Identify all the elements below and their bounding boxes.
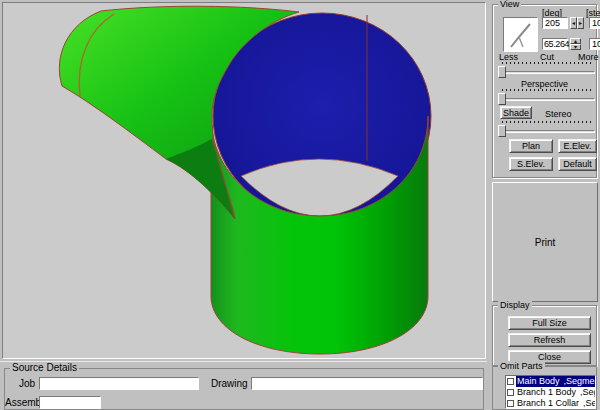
omit-part-row-branch-body[interactable]: Branch 1 Body ,Segment [506, 387, 595, 398]
slider-track [498, 130, 595, 133]
omit-part-name: Main Body [517, 376, 560, 387]
azimuth-spin-left-icon[interactable]: ◂ [570, 17, 577, 29]
pipe-model-drawing [3, 3, 485, 358]
azimuth-step-input[interactable]: 10 [589, 17, 600, 29]
slider-track [498, 71, 595, 74]
refresh-button[interactable]: Refresh [508, 333, 591, 347]
perspective-slider-thumb[interactable] [498, 93, 506, 105]
stereo-label: Stereo [545, 109, 572, 119]
job-input[interactable] [39, 377, 199, 390]
omit-part-row-main-body[interactable]: Main Body ,Segment 1 [506, 376, 595, 387]
azimuth-spin-right-icon[interactable]: ▸ [577, 17, 584, 29]
assembly-label: Assembly [5, 397, 37, 409]
drawing-input[interactable] [251, 377, 483, 390]
display-group-title: Display [498, 300, 532, 310]
view-direction-indicator[interactable] [503, 17, 538, 52]
stereo-slider-thumb[interactable] [498, 125, 506, 137]
direction-hands-icon [504, 18, 537, 51]
s-elev-button[interactable]: S.Elev. [509, 157, 553, 171]
plan-button[interactable]: Plan [509, 139, 553, 153]
cut-label: Cut [540, 52, 554, 62]
omit-parts-group-title: Omit Parts [498, 361, 545, 371]
view-group: View [deg] [step] 205 ◂ ▸ 10 65.264 ▴ ▾ … [492, 4, 597, 178]
full-size-button[interactable]: Full Size [508, 316, 591, 330]
source-details-panel: Source Details Job Drawing Assembly [0, 361, 487, 410]
stereo-slider[interactable] [498, 121, 595, 137]
assembly-input[interactable] [39, 396, 101, 409]
omit-part-checkbox[interactable] [507, 389, 514, 396]
e-elev-button[interactable]: E.Elev. [558, 139, 597, 153]
shade-button[interactable]: Shade [500, 106, 532, 119]
omit-part-name: Branch 1 Body [517, 387, 576, 398]
display-group: Display Full Size Refresh Close [492, 305, 597, 366]
view-group-title: View [498, 0, 521, 9]
omit-part-checkbox[interactable] [507, 378, 514, 385]
slider-ticks [502, 121, 593, 123]
elevation-spin-down-icon[interactable]: ▾ [570, 44, 581, 50]
omit-parts-list[interactable]: Main Body ,Segment 1 Branch 1 Body ,Segm… [505, 375, 596, 409]
slider-ticks [502, 62, 593, 64]
cut-slider[interactable] [498, 62, 595, 78]
omit-part-row-branch-collar[interactable]: Branch 1 Collar ,Segment [506, 398, 595, 409]
elevation-input[interactable]: 65.264 [542, 38, 568, 50]
omit-part-name: Branch 1 Collar [517, 398, 579, 409]
default-button[interactable]: Default [558, 157, 597, 171]
slider-track [498, 98, 595, 101]
more-label: More [578, 52, 599, 62]
omit-part-segment: ,Segment [576, 387, 595, 398]
omit-part-checkbox[interactable] [507, 400, 514, 407]
elevation-step-input[interactable]: 10 [589, 38, 600, 50]
control-panel: View [deg] [step] 205 ◂ ▸ 10 65.264 ▴ ▾ … [488, 0, 600, 410]
print-button[interactable]: Print [492, 182, 598, 302]
source-details-group: Source Details Job Drawing Assembly [4, 368, 484, 410]
source-details-title: Source Details [10, 363, 79, 373]
slider-ticks [502, 89, 593, 91]
perspective-slider[interactable] [498, 89, 595, 105]
omit-parts-group: Omit Parts Main Body ,Segment 1 Branch 1… [492, 366, 597, 410]
perspective-label: Perspective [493, 79, 596, 89]
viewport-3d[interactable] [2, 2, 486, 359]
cut-slider-thumb[interactable] [498, 66, 506, 78]
less-label: Less [499, 52, 518, 62]
omit-part-segment: ,Segment 1 [560, 376, 595, 387]
azimuth-input[interactable]: 205 [542, 17, 568, 29]
drawing-label: Drawing [211, 378, 247, 390]
job-label: Job [7, 378, 35, 390]
omit-part-segment: ,Segment [579, 398, 595, 409]
